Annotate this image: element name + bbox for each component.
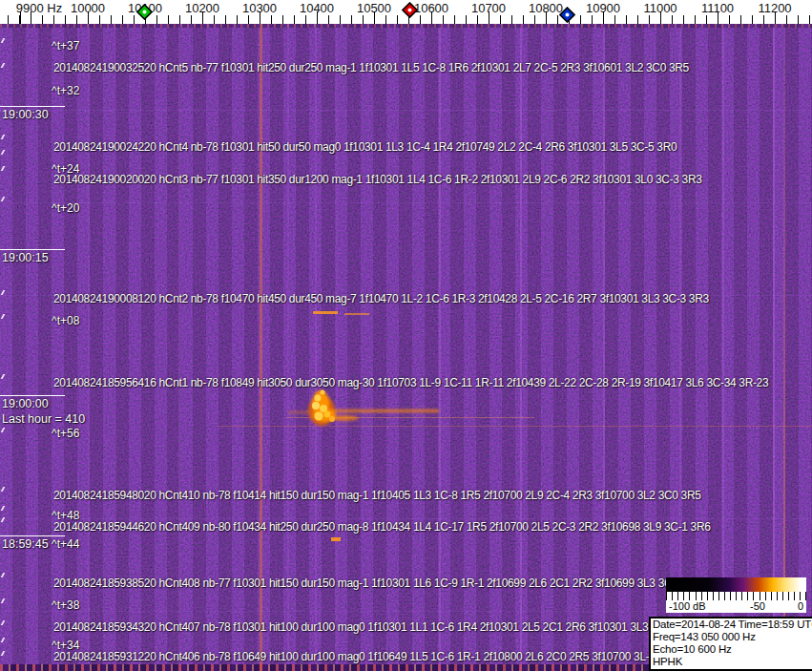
freq-marker-green-diamond[interactable] (136, 4, 153, 20)
t-marker: ^t+56 (52, 427, 79, 440)
meteor-echo-layer (0, 24, 812, 671)
t-marker: ^t+08 (52, 314, 79, 327)
status-echo-freq: Echo=10 600 Hz (653, 643, 812, 656)
time-label: 19:00:15 (0, 249, 65, 264)
detection-line: 20140824190008120 hCnt2 nb-78 f10470 hit… (53, 292, 709, 305)
last-hour-counter: Last hour = 410 (2, 412, 85, 426)
detection-line: 20140824185956416 hCnt1 nb-78 f10849 hit… (53, 376, 768, 389)
db-scale-label: -100 dB (669, 600, 706, 612)
frequency-axis: 9900 Hz 10000 10100 10200 10300 10400 10… (0, 0, 812, 24)
detection-line: 20140824190032520 hCnt5 nb-77 f10301 hit… (53, 61, 689, 74)
status-frequency: Freq=143 050 000 Hz (653, 631, 812, 643)
status-station-id: HPHK (653, 656, 812, 668)
detection-line: 20140824185938520 hCnt408 nb-77 f10301 h… (53, 577, 704, 590)
t-marker: ^t+37 (52, 39, 79, 52)
db-gradient-bar (666, 577, 806, 592)
db-scale-label: 0 (798, 600, 803, 612)
freq-marker-blue-diamond[interactable] (559, 7, 575, 23)
detection-line: 20140824190024220 hCnt4 nb-78 f10301 hit… (53, 140, 677, 154)
hphk-spectrogram-window: 9900 Hz 10000 10100 10200 10300 10400 10… (0, 0, 812, 671)
time-label: 19:00:30 (0, 106, 65, 121)
db-color-scale: -100 dB -50 0 (666, 577, 806, 613)
status-info-box: Date=2014-08-24 Time=18:59 UTC Freq=143 … (649, 617, 812, 671)
t-marker: ^t+38 (52, 598, 79, 612)
detection-line: 20140824190020020 hCnt3 nb-77 f10301 hit… (53, 173, 702, 186)
db-scale-ticks (666, 592, 806, 600)
status-date-time: Date=2014-08-24 Time=18:59 UTC (653, 619, 812, 631)
db-scale-label: -50 (750, 600, 765, 612)
detection-line: 20140824185944620 hCnt409 nb-80 f10434 h… (53, 520, 711, 534)
t-marker: ^t+32 (52, 84, 79, 97)
t-marker: ^t+44 (52, 537, 79, 551)
detection-line: 20140824185931220 hCnt406 nb-78 f10649 h… (53, 650, 681, 663)
spectrogram-canvas (0, 24, 812, 671)
freq-marker-red-diamond[interactable] (402, 2, 418, 18)
time-label: 19:00:00 (0, 395, 65, 410)
t-marker: ^t+20 (52, 201, 79, 215)
detection-line: 20140824185934320 hCnt407 nb-78 f10301 h… (53, 620, 675, 634)
detection-line: 20140824185948020 hCnt410 nb-78 f10414 h… (53, 489, 701, 502)
